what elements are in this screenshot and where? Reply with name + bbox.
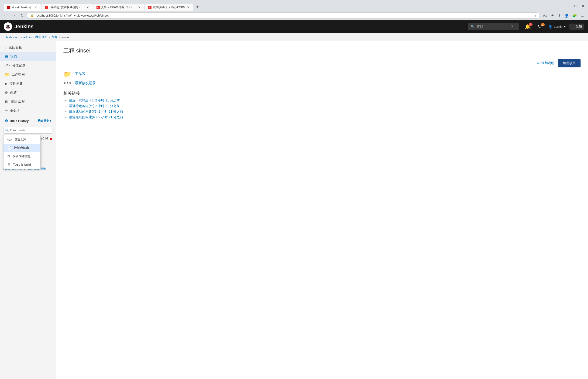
browser-tab-tab4[interactable]: C我的收藏-个人中心-CSDN✕: [145, 4, 194, 11]
workspace-folder-icon: 📁: [63, 70, 72, 78]
tab-close-button[interactable]: ✕: [34, 6, 38, 9]
breadcrumb: Dashboard › admin › 我的视图 › 所有 › sinsei ›: [0, 33, 588, 41]
sidebar-item-build-now[interactable]: ▶ 立即构建: [0, 79, 56, 88]
build-delete-4[interactable]: ✖: [50, 137, 52, 141]
sidebar: ↑ 返回面板 ☰ 状态 </> 修改记录 📁 工作空间 ▶ 立即构建 ⚙ 配置 …: [0, 41, 56, 379]
build-history-header[interactable]: ⚙ Build History 构建历史 ▾: [0, 116, 56, 126]
browser-tab-tab2[interactable]: C1条消息) 赞和收藏-消息-CSDN✕: [42, 4, 93, 11]
content-area: 工程 sinsei ✏ 添加说明 禁用项目 📁 工作区 </> 最新修改记录 相…: [56, 41, 588, 379]
tab-title: sinsei [Jenkins]: [12, 6, 33, 9]
tab-title: 1条消息) 赞和收藏-消息-CSDN: [49, 5, 84, 9]
play-icon: ▶: [5, 81, 7, 86]
search-icon: 🔍: [471, 25, 475, 29]
extensions-icon[interactable]: 🧩: [571, 13, 578, 19]
browser-tab-tab1[interactable]: Jsinsei [Jenkins]✕: [4, 4, 41, 11]
changelog-link[interactable]: 最新修改记录: [75, 81, 96, 85]
more-button[interactable]: …: [579, 13, 586, 18]
sidebar-item-rename[interactable]: ✏ 重命名: [0, 106, 56, 115]
star-icon[interactable]: ☆: [533, 14, 536, 17]
changes-menu-icon: </>: [7, 138, 12, 142]
jenkins-header: 🎩 Jenkins 🔍 ? 🔔 3 🛡 1 👤 admin ▾ ⬚ 注销: [0, 20, 588, 33]
header-search[interactable]: 🔍 ?: [468, 23, 519, 30]
sidebar-item-workspace[interactable]: 📁 工作空间: [0, 70, 56, 79]
breadcrumb-admin[interactable]: admin: [23, 35, 31, 39]
related-links-list: 最近一次构建(#3),2 小时 21 分之前最近稳定构建(#3),2 小时 21…: [63, 98, 581, 119]
tab-title: 我的收藏-个人中心-CSDN: [153, 5, 185, 9]
notifications-bell[interactable]: 🔔 3: [523, 23, 532, 30]
context-menu-tag-build[interactable]: 🖥 Tag this build: [3, 160, 40, 169]
context-menu-edit-desc[interactable]: ⚙ 编辑描述信息: [3, 152, 40, 160]
downloads-icon[interactable]: ⬇: [556, 13, 562, 19]
tab-favicon: J: [7, 6, 10, 9]
edit-desc-menu-icon: ⚙: [7, 154, 10, 158]
tab-favicon: C: [96, 6, 100, 9]
address-bar[interactable]: 🔒 localhost:8080/jenkins/me/my-views/vie…: [27, 12, 540, 19]
translate-icon[interactable]: Aa: [542, 13, 549, 18]
chevron-down-icon: ▾: [564, 25, 566, 29]
lock-icon: 🔒: [30, 14, 34, 17]
workspace-link[interactable]: 工作区: [75, 72, 85, 76]
folder-icon: 📁: [5, 72, 9, 77]
related-link-item[interactable]: 最近完成的构建(#3),2 小时 21 分之前: [69, 115, 123, 119]
related-link-item[interactable]: 最近稳定构建(#3),2 小时 21 分之前: [69, 104, 120, 108]
help-icon: ?: [511, 25, 513, 29]
notification-count: 3: [529, 23, 532, 26]
sidebar-item-workspace-label: 工作空间: [12, 73, 25, 77]
new-tab-button[interactable]: +: [194, 3, 201, 11]
related-links: 相关链接 最近一次构建(#3),2 小时 21 分之前最近稳定构建(#3),2 …: [63, 91, 581, 119]
address-text: localhost:8080/jenkins/me/my-views/view/…: [36, 14, 532, 17]
browser-tab-tab3[interactable]: C真男人Allen的博客_CSDN博客-客...✕: [93, 4, 145, 11]
back-button[interactable]: ←: [2, 13, 9, 19]
context-menu-tag-build-label: Tag this build: [13, 163, 31, 166]
page-title: 工程 sinsei: [63, 47, 581, 54]
code-changes-icon: </>: [5, 63, 10, 68]
jenkins-logo[interactable]: 🎩 Jenkins: [4, 22, 33, 31]
tab-favicon: C: [45, 6, 48, 9]
maximize-button[interactable]: ☐: [573, 3, 579, 9]
search-input[interactable]: [477, 25, 509, 29]
breadcrumb-all[interactable]: 所有: [51, 35, 57, 39]
forward-button[interactable]: →: [11, 13, 17, 19]
filter-builds-input[interactable]: [3, 127, 52, 134]
browser-chrome: Jsinsei [Jenkins]✕C1条消息) 赞和收藏-消息-CSDN✕C真…: [0, 0, 588, 20]
back-arrow-icon: ↑: [5, 46, 7, 50]
security-alert[interactable]: 🛡 1: [536, 23, 545, 30]
sidebar-item-delete-label: 删除 工程: [11, 100, 25, 104]
logout-button[interactable]: ⬚ 注销: [569, 24, 584, 30]
sidebar-item-config-label: 配置: [10, 91, 17, 95]
sidebar-item-back[interactable]: ↑ 返回面板: [0, 43, 56, 52]
pencil-icon: ✏: [5, 109, 8, 113]
favorites-icon[interactable]: ★: [550, 13, 555, 19]
breadcrumb-sinsei: sinsei: [61, 35, 69, 39]
status-icon: ☰: [5, 54, 8, 59]
sidebar-item-changes[interactable]: </> 修改记录: [0, 61, 56, 70]
sidebar-item-config[interactable]: ⚙ 配置: [0, 88, 56, 97]
related-link-item[interactable]: 最近一次构建(#3),2 小时 21 分之前: [69, 98, 120, 102]
add-description-link[interactable]: ✏ 添加说明: [537, 61, 555, 65]
add-description-label: 添加说明: [541, 61, 555, 65]
jenkins-logo-text: Jenkins: [15, 24, 33, 30]
reload-button[interactable]: ↻: [19, 12, 25, 19]
breadcrumb-dashboard[interactable]: Dashboard: [5, 35, 20, 39]
workspace-row: 📁 工作区: [63, 70, 581, 78]
tab-close-button[interactable]: ✕: [186, 6, 190, 9]
changelog-code-icon: </>: [63, 80, 72, 86]
sidebar-item-status[interactable]: ☰ 状态: [0, 52, 56, 61]
related-link-item[interactable]: 最近成功的构建(#3),2 小时 21 分之前: [69, 110, 123, 113]
tab-title: 真男人Allen的博客_CSDN博客-客...: [101, 5, 136, 9]
tab-close-button[interactable]: ✕: [137, 6, 141, 9]
close-button[interactable]: ✕: [580, 3, 586, 9]
sidebar-item-delete[interactable]: 🗑 删除 工程: [0, 97, 56, 106]
disable-project-button[interactable]: 禁用项目: [558, 59, 581, 67]
context-menu-console[interactable]: 📄 控制台输出: [3, 144, 40, 152]
profile-icon[interactable]: 👤: [563, 13, 570, 19]
user-name: admin: [554, 25, 563, 29]
logout-label: 注销: [576, 25, 582, 29]
tab-close-button[interactable]: ✕: [86, 6, 90, 9]
filter-builds-wrap: 🔍: [0, 126, 56, 135]
context-menu-changes[interactable]: </> 变更记录: [3, 135, 40, 144]
user-menu[interactable]: 👤 admin ▾: [548, 25, 566, 29]
build-history-subtitle: 构建历史 ▾: [38, 119, 51, 123]
breadcrumb-myviews[interactable]: 我的视图: [35, 35, 47, 39]
minimize-button[interactable]: ─: [566, 3, 572, 9]
